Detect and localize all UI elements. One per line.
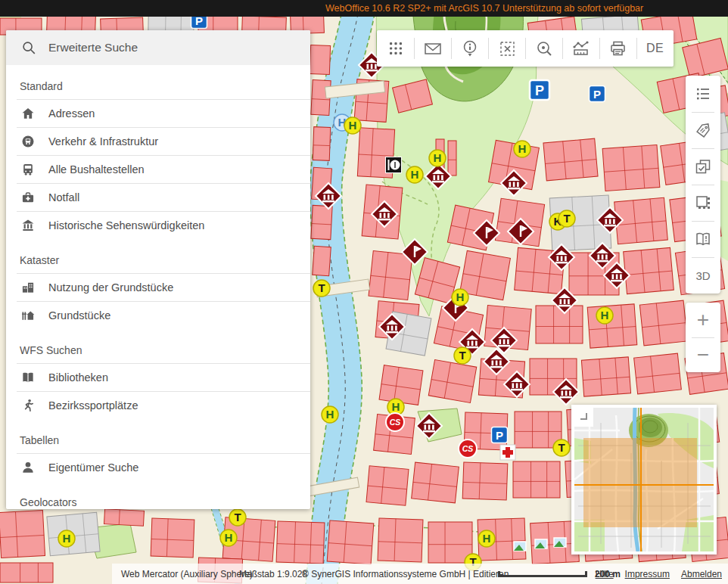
map-marker-restaurant[interactable] — [386, 157, 402, 173]
legend-button[interactable] — [686, 221, 720, 257]
map-marker-bus-stop[interactable]: H — [596, 307, 613, 324]
svg-text:CS: CS — [462, 444, 474, 453]
map-marker-bus-stop[interactable]: H — [429, 150, 446, 166]
search-item-sportplaetze[interactable]: Bezirkssportplätze — [6, 391, 310, 419]
search-item-bibliotheken[interactable]: Bibliotheken — [6, 363, 310, 391]
map-marker-parking[interactable]: P — [590, 86, 605, 102]
map-marker-bus-stop[interactable]: H — [514, 141, 530, 157]
map-marker-taxi[interactable]: T — [454, 347, 471, 364]
svg-text:T: T — [318, 281, 325, 294]
map-marker-parking[interactable]: P — [492, 427, 508, 443]
print-button[interactable] — [599, 30, 636, 67]
basemap-transparency-icon — [694, 194, 712, 212]
magnifier-icon — [535, 39, 553, 57]
map-marker-parking[interactable]: P — [530, 80, 549, 100]
measure-button[interactable] — [562, 30, 599, 67]
map-marker-photo[interactable] — [535, 539, 547, 548]
map-marker-taxi[interactable]: T — [553, 440, 570, 456]
search-item-verkehr[interactable]: Verkehr & Infrastruktur — [6, 127, 310, 155]
map-marker-bus-stop[interactable]: H — [478, 530, 495, 547]
clear-selection-button[interactable] — [488, 30, 525, 67]
copy-selection-button[interactable] — [686, 148, 720, 185]
search-item-bushaltestellen[interactable]: Alle Bushaltestellen — [6, 155, 310, 183]
right-toolbar: 3D — [686, 76, 720, 294]
overview-map[interactable] — [571, 405, 717, 554]
map-marker-photo[interactable] — [554, 538, 566, 547]
map-marker-bus-stop[interactable]: H — [344, 117, 361, 134]
search-item-sehenswuerdigkeiten[interactable]: Historische Sehenswürdigkeiten — [6, 211, 310, 239]
view-3d-label: 3D — [695, 269, 710, 282]
logout-link[interactable]: Abmelden — [681, 569, 722, 579]
map-marker-citybike[interactable]: CS — [459, 440, 477, 458]
svg-text:H: H — [411, 168, 419, 181]
map-marker-bus-stop[interactable]: H — [220, 530, 237, 546]
label-tool-button[interactable] — [686, 112, 720, 148]
runner-icon — [20, 398, 36, 413]
svg-text:T: T — [563, 212, 570, 225]
svg-text:T: T — [459, 349, 465, 362]
group-label-standard: Standard — [6, 65, 310, 99]
help-link[interactable]: Hilfe — [596, 569, 614, 579]
zoom-tool-button[interactable] — [525, 30, 562, 67]
svg-text:P: P — [496, 429, 503, 442]
measure-icon — [571, 39, 590, 57]
identify-button[interactable] — [451, 30, 488, 67]
map-marker-citybike[interactable]: CS — [386, 413, 404, 431]
impressum-link[interactable]: Impressum — [625, 569, 670, 579]
overview-collapse-button[interactable] — [573, 406, 593, 427]
advanced-search-header[interactable]: Erweiterte Suche — [6, 30, 310, 65]
search-item-nutzung[interactable]: Nutzung der Grundstücke — [6, 273, 310, 301]
announcement-banner: WebOffice 10.6 R2 SP2+ mit ArcGIS 10.7 U… — [0, 0, 728, 17]
search-panel: Erweiterte Suche Standard Adressen Verke… — [6, 30, 310, 509]
scale-label: Maßstab 1:9.028 — [239, 569, 307, 579]
map-marker-taxi[interactable]: T — [229, 509, 246, 526]
svg-text:P: P — [593, 88, 601, 101]
svg-text:T: T — [558, 441, 565, 454]
map-marker-bus-stop[interactable]: H — [322, 406, 338, 423]
map-marker-taxi[interactable]: T — [313, 280, 330, 297]
printer-icon — [608, 39, 627, 57]
medical-case-icon — [20, 190, 36, 205]
zoom-out-button[interactable]: − — [686, 337, 720, 372]
language-button[interactable]: DE — [636, 30, 674, 67]
svg-text:P: P — [535, 83, 544, 98]
tag-icon — [694, 121, 712, 139]
copy-select-icon — [694, 157, 712, 176]
identify-info-icon — [461, 39, 479, 57]
svg-text:H: H — [63, 532, 71, 545]
book-icon — [20, 370, 36, 385]
overview-map-canvas[interactable] — [574, 408, 714, 551]
map-marker-bus-stop[interactable]: H — [406, 166, 423, 183]
basemap-button[interactable] — [686, 185, 720, 221]
status-bar: Web Mercator (Auxiliary Sphere) Maßstab … — [112, 564, 728, 584]
home-icon — [20, 106, 36, 121]
map-marker-pharmacy[interactable] — [500, 445, 515, 460]
svg-text:H: H — [326, 408, 334, 421]
person-icon — [20, 460, 36, 475]
view-3d-button[interactable]: 3D — [686, 257, 720, 294]
search-item-notfall[interactable]: Notfall — [6, 183, 310, 211]
apps-grid-icon — [387, 39, 405, 57]
search-item-adressen[interactable]: Adressen — [6, 99, 310, 127]
zoom-controls: + − — [686, 303, 720, 372]
legend-book-icon — [694, 230, 712, 248]
map-marker-photo[interactable] — [514, 542, 526, 551]
svg-text:H: H — [456, 290, 465, 303]
zoom-in-button[interactable]: + — [686, 303, 720, 337]
svg-text:T: T — [234, 511, 241, 523]
parcel-icon — [20, 308, 36, 323]
map-marker-taxi[interactable]: T — [558, 210, 575, 227]
museum-icon — [20, 218, 36, 233]
map-marker-bus-stop[interactable]: H — [452, 289, 468, 306]
svg-text:H: H — [518, 142, 527, 155]
search-item-eigentuemer[interactable]: Eigentümer Suche — [6, 453, 310, 481]
map-marker-bus-stop[interactable]: H — [58, 530, 75, 547]
results-list-button[interactable] — [686, 76, 720, 112]
search-item-grundstuecke[interactable]: Grundstücke — [6, 301, 310, 329]
clear-selection-icon — [498, 39, 516, 57]
mail-button[interactable] — [414, 30, 451, 67]
group-label-tabellen: Tabellen — [6, 419, 310, 453]
apps-menu-button[interactable] — [377, 30, 414, 67]
group-label-geolocators: Geolocators — [6, 481, 310, 509]
language-label: DE — [646, 42, 664, 55]
